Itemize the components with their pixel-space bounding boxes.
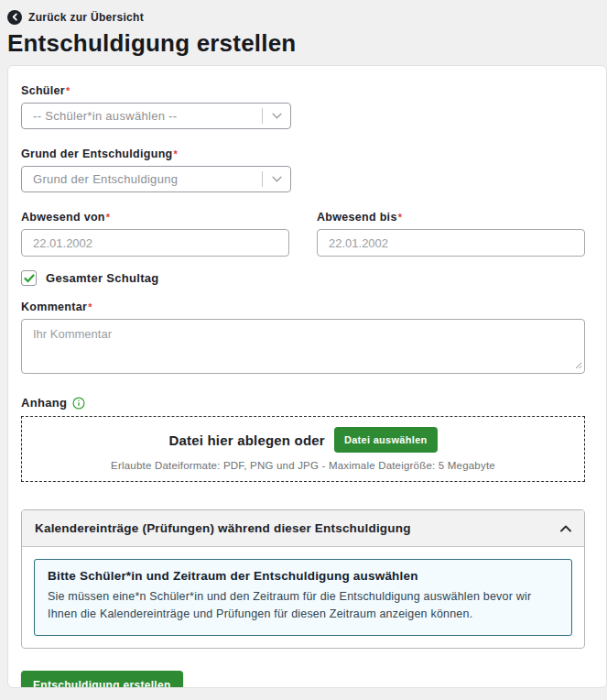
choose-file-button[interactable]: Datei auswählen [334,427,438,453]
calendar-entries-body: Bitte Schüler*in und Zeitraum der Entsch… [22,547,584,648]
absent-to-input[interactable] [317,229,585,257]
full-day-label: Gesamter Schultag [46,271,159,285]
full-day-checkbox[interactable] [21,270,37,286]
calendar-entries-panel: Kalendereinträge (Prüfungen) während die… [21,509,585,649]
back-icon [7,10,22,25]
required-asterisk: * [174,148,179,159]
dropzone-hint: Erlaubte Dateiformate: PDF, PNG und JPG … [111,460,495,471]
absent-from-label: Abwesend von* [21,211,289,224]
full-day-checkbox-row[interactable]: Gesamter Schultag [21,270,585,286]
absent-to-field: Abwesend bis* [317,211,585,257]
reason-label-text: Grund der Entschuldigung [21,148,173,160]
student-field: Schüler* -- Schüler*in auswählen -- [21,84,585,129]
back-to-overview-link[interactable]: Zurück zur Übersicht [7,10,144,25]
back-link-label: Zurück zur Übersicht [28,11,144,24]
comment-textarea-wrap [21,319,585,377]
reason-label: Grund der Entschuldigung* [21,148,585,161]
alert-title: Bitte Schüler*in und Zeitraum der Entsch… [48,569,558,583]
select-student-alert: Bitte Schüler*in und Zeitraum der Entsch… [34,559,572,636]
resize-grip-icon[interactable] [575,356,582,373]
file-dropzone[interactable]: Datei hier ablegen oder Datei auswählen … [21,416,585,482]
required-asterisk: * [66,85,70,96]
attachment-field: Anhang Datei hier ablegen oder Datei aus… [21,396,585,482]
comment-field: Kommentar* [21,301,585,377]
required-asterisk: * [398,212,403,223]
comment-label: Kommentar* [21,301,585,314]
absent-to-label-text: Abwesend bis [317,211,397,224]
absent-from-input[interactable] [21,229,289,257]
page-title: Entschuldigung erstellen [7,29,600,58]
check-icon [24,274,35,283]
reason-field: Grund der Entschuldigung* Grund der Ents… [21,148,585,192]
excuse-form-card: Schüler* -- Schüler*in auswählen -- Grun… [7,65,607,688]
comment-label-text: Kommentar [21,301,87,313]
absent-from-label-text: Abwesend von [21,211,105,224]
create-excuse-button[interactable]: Entschuldigung erstellen [21,671,183,688]
reason-select[interactable]: Grund der Entschuldigung [21,166,291,192]
comment-textarea[interactable] [21,319,585,374]
required-asterisk: * [88,301,92,312]
required-asterisk: * [106,212,111,223]
page-header: Zurück zur Übersicht Entschuldigung erst… [0,0,607,65]
attachment-label-row: Anhang [21,396,585,410]
calendar-entries-title: Kalendereinträge (Prüfungen) während die… [35,521,411,535]
dropzone-line: Datei hier ablegen oder Datei auswählen [168,427,437,453]
student-label: Schüler* [21,84,585,98]
dropzone-text: Datei hier ablegen oder [168,432,324,448]
attachment-label: Anhang [21,396,67,410]
student-label-text: Schüler [21,84,65,97]
reason-select-value: Grund der Entschuldigung [22,172,262,186]
student-select-value: -- Schüler*in auswählen -- [22,109,262,123]
chevron-up-icon [560,525,571,532]
absent-from-field: Abwesend von* [21,211,289,257]
info-icon[interactable] [72,397,85,410]
chevron-down-icon [263,113,290,119]
chevron-down-icon [263,176,290,182]
student-select[interactable]: -- Schüler*in auswählen -- [21,103,291,129]
absence-dates-row: Abwesend von* Abwesend bis* [21,211,585,257]
absent-to-label: Abwesend bis* [317,211,585,224]
calendar-entries-header[interactable]: Kalendereinträge (Prüfungen) während die… [22,510,584,547]
alert-text: Sie müssen eine*n Schüler*in und den Zei… [48,588,556,624]
